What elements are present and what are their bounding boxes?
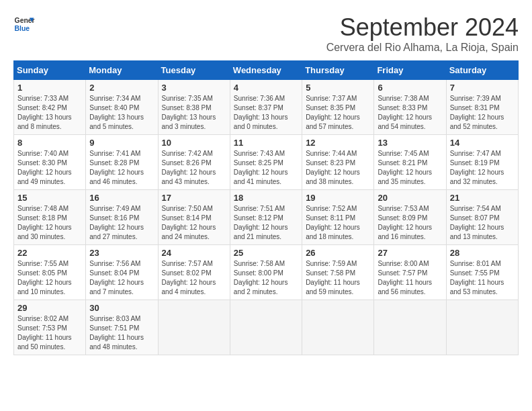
calendar-cell: 8 Sunrise: 7:40 AM Sunset: 8:30 PM Dayli… [14, 135, 86, 190]
day-info: Sunrise: 8:03 AM Sunset: 7:51 PM Dayligh… [89, 314, 154, 352]
calendar-cell: 18 Sunrise: 7:51 AM Sunset: 8:12 PM Dayl… [230, 190, 302, 245]
day-number: 7 [450, 83, 515, 93]
day-info: Sunrise: 7:58 AM Sunset: 8:00 PM Dayligh… [234, 259, 298, 297]
calendar-cell: 14 Sunrise: 7:47 AM Sunset: 8:19 PM Dayl… [446, 135, 518, 190]
calendar-cell [230, 300, 302, 355]
calendar-week-row: 8 Sunrise: 7:40 AM Sunset: 8:30 PM Dayli… [14, 135, 519, 190]
day-number: 12 [306, 138, 370, 148]
calendar-cell: 25 Sunrise: 7:58 AM Sunset: 8:00 PM Dayl… [230, 245, 302, 300]
calendar-cell: 29 Sunrise: 8:02 AM Sunset: 7:53 PM Dayl… [14, 300, 86, 355]
day-info: Sunrise: 8:01 AM Sunset: 7:55 PM Dayligh… [450, 259, 515, 297]
day-number: 29 [17, 303, 82, 313]
calendar-cell: 11 Sunrise: 7:43 AM Sunset: 8:25 PM Dayl… [230, 135, 302, 190]
col-header-friday: Friday [374, 61, 446, 80]
day-info: Sunrise: 7:49 AM Sunset: 8:16 PM Dayligh… [89, 204, 154, 242]
day-info: Sunrise: 7:40 AM Sunset: 8:30 PM Dayligh… [17, 149, 82, 187]
day-number: 4 [234, 83, 298, 93]
calendar-week-row: 22 Sunrise: 7:55 AM Sunset: 8:05 PM Dayl… [14, 245, 519, 300]
day-info: Sunrise: 7:34 AM Sunset: 8:40 PM Dayligh… [89, 94, 154, 132]
col-header-sunday: Sunday [14, 61, 86, 80]
day-number: 15 [17, 193, 82, 203]
col-header-wednesday: Wednesday [230, 61, 302, 80]
day-number: 27 [378, 248, 442, 258]
day-number: 9 [89, 138, 154, 148]
month-title: September 2024 [326, 13, 519, 42]
day-number: 26 [306, 248, 370, 258]
day-number: 6 [378, 83, 442, 93]
day-info: Sunrise: 7:54 AM Sunset: 8:07 PM Dayligh… [450, 204, 515, 242]
day-number: 21 [450, 193, 515, 203]
calendar-cell: 21 Sunrise: 7:54 AM Sunset: 8:07 PM Dayl… [446, 190, 518, 245]
calendar-cell: 27 Sunrise: 8:00 AM Sunset: 7:57 PM Dayl… [374, 245, 446, 300]
calendar-week-row: 15 Sunrise: 7:48 AM Sunset: 8:18 PM Dayl… [14, 190, 519, 245]
location-title: Cervera del Rio Alhama, La Rioja, Spain [326, 42, 519, 54]
col-header-tuesday: Tuesday [158, 61, 230, 80]
calendar-cell: 23 Sunrise: 7:56 AM Sunset: 8:04 PM Dayl… [86, 245, 158, 300]
calendar-cell: 20 Sunrise: 7:53 AM Sunset: 8:09 PM Dayl… [374, 190, 446, 245]
day-number: 20 [378, 193, 442, 203]
day-info: Sunrise: 7:36 AM Sunset: 8:37 PM Dayligh… [234, 94, 298, 132]
day-number: 22 [17, 248, 82, 258]
calendar-week-row: 29 Sunrise: 8:02 AM Sunset: 7:53 PM Dayl… [14, 300, 519, 355]
day-info: Sunrise: 7:47 AM Sunset: 8:19 PM Dayligh… [450, 149, 515, 187]
day-info: Sunrise: 8:02 AM Sunset: 7:53 PM Dayligh… [17, 314, 82, 352]
calendar-cell: 26 Sunrise: 7:59 AM Sunset: 7:58 PM Dayl… [302, 245, 374, 300]
calendar-cell: 13 Sunrise: 7:45 AM Sunset: 8:21 PM Dayl… [374, 135, 446, 190]
day-info: Sunrise: 7:57 AM Sunset: 8:02 PM Dayligh… [162, 259, 226, 297]
day-info: Sunrise: 7:48 AM Sunset: 8:18 PM Dayligh… [17, 204, 82, 242]
day-info: Sunrise: 7:50 AM Sunset: 8:14 PM Dayligh… [162, 204, 226, 242]
day-number: 30 [89, 303, 154, 313]
day-number: 3 [162, 83, 226, 93]
day-info: Sunrise: 7:55 AM Sunset: 8:05 PM Dayligh… [17, 259, 82, 297]
logo-icon: General Blue [13, 13, 35, 35]
calendar-cell: 15 Sunrise: 7:48 AM Sunset: 8:18 PM Dayl… [14, 190, 86, 245]
calendar-cell: 22 Sunrise: 7:55 AM Sunset: 8:05 PM Dayl… [14, 245, 86, 300]
day-info: Sunrise: 7:37 AM Sunset: 8:35 PM Dayligh… [306, 94, 370, 132]
calendar-cell: 7 Sunrise: 7:39 AM Sunset: 8:31 PM Dayli… [446, 80, 518, 135]
day-number: 13 [378, 138, 442, 148]
calendar-cell: 6 Sunrise: 7:38 AM Sunset: 8:33 PM Dayli… [374, 80, 446, 135]
day-info: Sunrise: 7:53 AM Sunset: 8:09 PM Dayligh… [378, 204, 442, 242]
day-number: 5 [306, 83, 370, 93]
day-info: Sunrise: 7:33 AM Sunset: 8:42 PM Dayligh… [17, 94, 82, 132]
day-info: Sunrise: 7:42 AM Sunset: 8:26 PM Dayligh… [162, 149, 226, 187]
day-number: 17 [162, 193, 226, 203]
day-number: 24 [162, 248, 226, 258]
calendar-cell [374, 300, 446, 355]
day-number: 2 [89, 83, 154, 93]
calendar-table: SundayMondayTuesdayWednesdayThursdayFrid… [13, 60, 519, 355]
calendar-cell [302, 300, 374, 355]
calendar-week-row: 1 Sunrise: 7:33 AM Sunset: 8:42 PM Dayli… [14, 80, 519, 135]
day-number: 18 [234, 193, 298, 203]
day-info: Sunrise: 7:39 AM Sunset: 8:31 PM Dayligh… [450, 94, 515, 132]
calendar-cell: 3 Sunrise: 7:35 AM Sunset: 8:38 PM Dayli… [158, 80, 230, 135]
day-number: 25 [234, 248, 298, 258]
logo: General Blue [13, 13, 35, 35]
calendar-cell: 9 Sunrise: 7:41 AM Sunset: 8:28 PM Dayli… [86, 135, 158, 190]
col-header-saturday: Saturday [446, 61, 518, 80]
calendar-cell: 5 Sunrise: 7:37 AM Sunset: 8:35 PM Dayli… [302, 80, 374, 135]
day-info: Sunrise: 7:51 AM Sunset: 8:12 PM Dayligh… [234, 204, 298, 242]
calendar-cell [446, 300, 518, 355]
day-number: 11 [234, 138, 298, 148]
calendar-cell: 2 Sunrise: 7:34 AM Sunset: 8:40 PM Dayli… [86, 80, 158, 135]
svg-text:Blue: Blue [15, 25, 30, 32]
day-info: Sunrise: 7:45 AM Sunset: 8:21 PM Dayligh… [378, 149, 442, 187]
day-number: 8 [17, 138, 82, 148]
day-info: Sunrise: 8:00 AM Sunset: 7:57 PM Dayligh… [378, 259, 442, 297]
calendar-cell: 4 Sunrise: 7:36 AM Sunset: 8:37 PM Dayli… [230, 80, 302, 135]
calendar-cell: 10 Sunrise: 7:42 AM Sunset: 8:26 PM Dayl… [158, 135, 230, 190]
day-number: 14 [450, 138, 515, 148]
calendar-cell: 24 Sunrise: 7:57 AM Sunset: 8:02 PM Dayl… [158, 245, 230, 300]
day-number: 28 [450, 248, 515, 258]
day-info: Sunrise: 7:44 AM Sunset: 8:23 PM Dayligh… [306, 149, 370, 187]
day-info: Sunrise: 7:38 AM Sunset: 8:33 PM Dayligh… [378, 94, 442, 132]
calendar-cell: 16 Sunrise: 7:49 AM Sunset: 8:16 PM Dayl… [86, 190, 158, 245]
calendar-cell: 12 Sunrise: 7:44 AM Sunset: 8:23 PM Dayl… [302, 135, 374, 190]
day-number: 19 [306, 193, 370, 203]
calendar-cell: 28 Sunrise: 8:01 AM Sunset: 7:55 PM Dayl… [446, 245, 518, 300]
col-header-thursday: Thursday [302, 61, 374, 80]
calendar-cell: 1 Sunrise: 7:33 AM Sunset: 8:42 PM Dayli… [14, 80, 86, 135]
day-info: Sunrise: 7:59 AM Sunset: 7:58 PM Dayligh… [306, 259, 370, 297]
day-number: 1 [17, 83, 82, 93]
